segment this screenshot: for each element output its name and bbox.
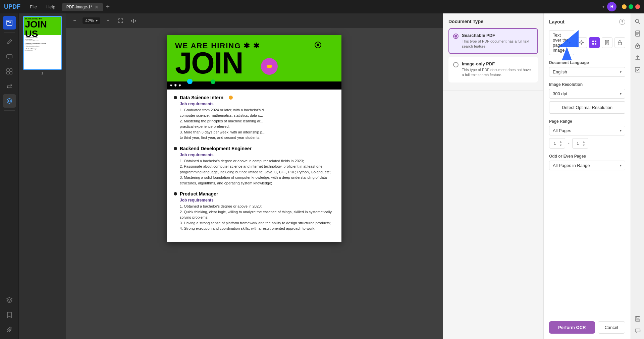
range-to-up[interactable]: ▲	[582, 140, 586, 143]
layout-type-dropdown[interactable]: Text over the page image ▾	[549, 30, 574, 55]
resolution-value: 300 dpi	[553, 91, 567, 96]
right-search-icon[interactable]	[632, 16, 643, 27]
image-only-pdf-details: Image-only PDF This type of PDF document…	[462, 61, 533, 78]
range-to-down[interactable]: ▼	[582, 144, 586, 147]
job-title-product: Product Manager	[174, 191, 335, 196]
sidebar-icon-ocr[interactable]	[3, 94, 16, 108]
thumbnail-page-1[interactable]: WE ARE HIRING ✱ ✱ JOIN US ● Data Science…	[21, 16, 63, 75]
searchable-pdf-desc: This type of PDF document has a full tex…	[462, 39, 533, 49]
right-save-icon[interactable]	[632, 314, 643, 324]
tab-pdf-image-1[interactable]: PDF-Image-1* ✕	[62, 3, 103, 11]
cancel-button[interactable]: Cancel	[598, 321, 625, 334]
svg-rect-14	[592, 41, 594, 42]
layout-type-value: Text over the page image	[553, 33, 569, 53]
minimize-button[interactable]	[622, 4, 627, 9]
job-entry-product: Product Manager Job requirements 1. Obta…	[174, 191, 335, 231]
layout-header: Layout ?	[549, 19, 625, 25]
odd-even-dropdown[interactable]: All Pages in Range ▾	[549, 161, 625, 170]
svg-rect-5	[7, 69, 9, 71]
zoom-out-button[interactable]: −	[70, 16, 80, 26]
svg-rect-22	[618, 42, 622, 45]
svg-point-10	[8, 100, 10, 102]
job-title-data-science: Data Science Intern	[174, 95, 335, 100]
yellow-dot-data-science	[229, 96, 233, 100]
main-layout: WE ARE HIRING ✱ ✱ JOIN US ● Data Science…	[0, 13, 644, 339]
searchable-pdf-details: Searchable PDF This type of PDF document…	[462, 33, 533, 49]
svg-rect-33	[636, 317, 639, 318]
sidebar-icon-view[interactable]	[3, 16, 16, 30]
page-range-dropdown-arrow: ▾	[620, 129, 622, 132]
sidebar-icon-bookmark[interactable]	[3, 308, 16, 322]
language-dropdown[interactable]: English ▾	[549, 67, 625, 77]
range-from-up[interactable]: ▲	[559, 140, 563, 143]
job-req-title-data-science: Job requirements	[174, 102, 335, 106]
searchable-pdf-option[interactable]: Searchable PDF This type of PDF document…	[448, 28, 538, 54]
svg-point-30	[637, 46, 638, 47]
thumbnail-image: WE ARE HIRING ✱ ✱ JOIN US ● Data Science…	[23, 16, 62, 70]
svg-rect-1	[7, 21, 9, 22]
range-to-input[interactable]: 1 ▲ ▼	[572, 138, 588, 149]
svg-rect-3	[9, 22, 11, 23]
circle-decoration	[315, 42, 321, 48]
pdf-page-body: Data Science Intern Job requirements 1. …	[167, 90, 341, 242]
right-lock-icon[interactable]	[632, 40, 643, 51]
layout-title-text: Layout	[549, 19, 565, 24]
image-only-pdf-radio[interactable]	[453, 62, 459, 67]
document-type-section: Document Type Searchable PDF This type o…	[443, 13, 543, 91]
job-dot-data-science	[174, 96, 177, 99]
searchable-pdf-label: Searchable PDF	[462, 33, 533, 38]
sidebar-icon-convert[interactable]	[3, 79, 16, 93]
page-range-dropdown[interactable]: All Pages ▾	[549, 126, 625, 135]
layout-lock-icon[interactable]	[614, 37, 625, 48]
svg-rect-17	[595, 43, 596, 45]
right-upload-icon[interactable]	[632, 52, 643, 63]
sidebar-icon-edit[interactable]	[3, 35, 16, 49]
layout-help-icon[interactable]: ?	[619, 19, 625, 25]
detect-resolution-button[interactable]: Detect Optimal Resolution	[549, 101, 625, 114]
searchable-pdf-radio[interactable]	[453, 34, 459, 39]
right-check-icon[interactable]	[632, 64, 643, 75]
svg-line-24	[638, 22, 640, 24]
zoom-display[interactable]: 42% ▾	[83, 17, 100, 24]
zoom-level: 42%	[85, 18, 94, 23]
page-range-section: Page Range All Pages ▾ 1 ▲ ▼ - 1 ▲	[549, 119, 625, 149]
right-chat-icon[interactable]	[632, 326, 643, 336]
layout-settings-icon[interactable]	[576, 37, 587, 48]
sidebar-icon-comment[interactable]	[3, 50, 16, 63]
zoom-in-button[interactable]: +	[103, 16, 113, 26]
right-page-icon[interactable]	[632, 28, 643, 39]
job-entry-data-science: Data Science Intern Job requirements 1. …	[174, 95, 335, 140]
sidebar-icon-layers[interactable]	[3, 293, 16, 307]
range-from-stepper[interactable]: ▲ ▼	[559, 140, 563, 147]
layout-page-icon[interactable]	[602, 37, 612, 48]
pdf-toolbar: − 42% ▾ +	[66, 13, 443, 28]
job-req-text-backend: 1. Obtained a bachelor's degree or above…	[174, 158, 335, 186]
range-from-input[interactable]: 1 ▲ ▼	[549, 138, 565, 149]
job-req-title-product: Job requirements	[174, 198, 335, 203]
svg-point-13	[581, 42, 583, 44]
tab-dropdown[interactable]: ▾	[602, 4, 604, 9]
sidebar-icon-organize[interactable]	[3, 65, 16, 78]
menu-file[interactable]: File	[26, 3, 41, 11]
resolution-dropdown[interactable]: 300 dpi ▾	[549, 89, 625, 99]
svg-rect-15	[595, 41, 596, 42]
layout-grid-icon[interactable]	[589, 37, 600, 48]
layout-panel: Layout ? Text over the page image ▾	[543, 13, 631, 339]
sidebar-icon-attachment[interactable]	[3, 323, 16, 336]
perform-ocr-button[interactable]: Perform OCR	[549, 321, 595, 334]
close-button[interactable]	[635, 4, 640, 9]
maximize-button[interactable]	[629, 4, 633, 9]
menu-bar: File Help	[26, 3, 59, 11]
image-only-pdf-option[interactable]: Image-only PDF This type of PDF document…	[448, 57, 538, 82]
tab-add-button[interactable]: +	[103, 3, 112, 11]
titlebar-right: ▾ H	[602, 2, 640, 11]
user-avatar[interactable]: H	[607, 2, 616, 11]
range-from-down[interactable]: ▼	[559, 144, 563, 147]
fit-page-button[interactable]	[116, 16, 126, 26]
tab-close-icon[interactable]: ✕	[95, 4, 99, 10]
menu-help[interactable]: Help	[42, 3, 59, 11]
layout-title-row: Layout ?	[549, 19, 625, 25]
fit-width-button[interactable]	[128, 16, 139, 26]
svg-rect-8	[10, 72, 12, 74]
range-to-stepper[interactable]: ▲ ▼	[582, 140, 586, 147]
